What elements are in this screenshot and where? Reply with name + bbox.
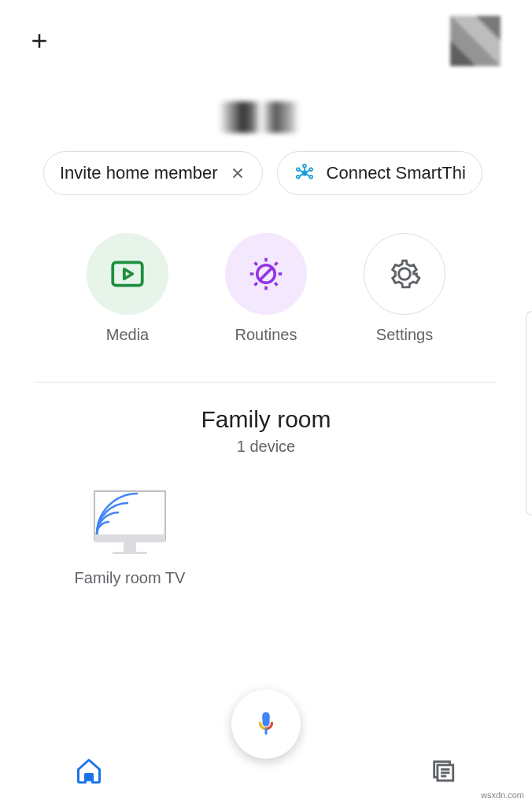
action-settings-label: Settings [376, 326, 433, 344]
cast-tv-icon [91, 487, 169, 558]
media-icon [108, 254, 147, 294]
svg-point-5 [303, 165, 306, 168]
action-routines[interactable]: Routines [225, 233, 307, 344]
close-icon [229, 165, 246, 182]
svg-line-18 [255, 263, 257, 265]
quick-actions: Media Routines Settings [0, 233, 532, 344]
svg-rect-23 [94, 534, 165, 542]
svg-rect-25 [113, 552, 147, 554]
svg-rect-24 [124, 542, 136, 553]
home-title [0, 98, 532, 137]
svg-line-19 [275, 283, 277, 285]
svg-line-13 [260, 268, 272, 280]
action-media[interactable]: Media [87, 233, 168, 344]
home-icon [75, 756, 103, 785]
settings-icon-bg [364, 233, 445, 315]
svg-point-0 [302, 171, 306, 175]
home-title-redacted [219, 102, 313, 133]
svg-line-20 [255, 283, 257, 285]
action-routines-label: Routines [235, 326, 297, 344]
chip-invite-close[interactable] [229, 165, 246, 182]
action-settings[interactable]: Settings [364, 233, 445, 344]
svg-line-21 [275, 263, 277, 265]
device-label: Family room TV [75, 569, 186, 587]
room-title: Family room [0, 406, 532, 433]
routines-icon [245, 253, 287, 295]
feed-icon [430, 757, 456, 784]
svg-rect-22 [94, 491, 165, 540]
svg-rect-27 [87, 775, 91, 782]
chip-connect-label: Connect SmartThi [327, 163, 466, 183]
room-subtitle: 1 device [0, 438, 532, 456]
avatar[interactable] [450, 16, 501, 66]
watermark: wsxdn.com [481, 790, 524, 800]
add-button[interactable] [24, 25, 55, 57]
devices-grid: Family room TV [0, 456, 532, 619]
side-handle[interactable] [526, 311, 532, 516]
svg-line-9 [306, 170, 309, 172]
chip-invite-member[interactable]: Invite home member [43, 151, 263, 195]
svg-line-10 [306, 174, 309, 176]
chip-invite-label: Invite home member [60, 163, 218, 183]
microphone-icon [252, 710, 280, 738]
routines-icon-bg [225, 233, 307, 315]
plus-icon [28, 29, 51, 53]
nav-feed[interactable] [423, 751, 463, 790]
media-icon-bg [87, 233, 168, 315]
action-media-label: Media [106, 326, 149, 344]
svg-line-8 [299, 174, 302, 176]
svg-line-7 [299, 170, 302, 172]
suggestion-chips: Invite home member Connect SmartThi [0, 137, 532, 209]
gear-icon [387, 257, 422, 291]
voice-assistant-button[interactable] [231, 690, 301, 759]
chip-connect-smartthings[interactable]: Connect SmartThi [277, 151, 482, 195]
divider [35, 382, 497, 383]
svg-rect-11 [113, 262, 142, 285]
smartthings-icon [294, 162, 316, 184]
nav-home[interactable] [69, 751, 109, 790]
device-family-room-tv[interactable]: Family room TV [63, 487, 197, 587]
topbar [0, 0, 532, 74]
room-section: Family room 1 device [0, 406, 532, 456]
